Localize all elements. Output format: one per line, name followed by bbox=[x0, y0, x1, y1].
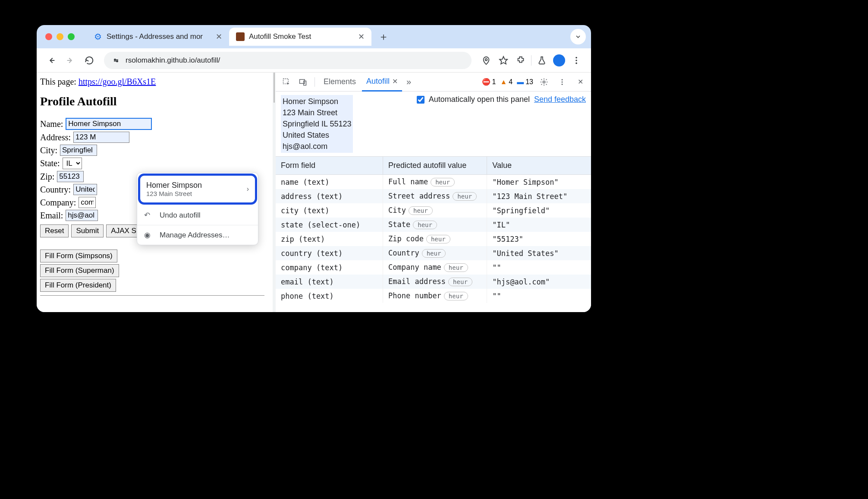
autofill-address-block: Homer Simpson 123 Main Street Springfiel… bbox=[281, 95, 353, 153]
tab-search-button[interactable] bbox=[570, 29, 586, 44]
table-row[interactable]: company (text)Company nameheur"" bbox=[276, 260, 591, 275]
address-line: United States bbox=[283, 129, 351, 141]
reset-button[interactable]: Reset bbox=[40, 224, 69, 237]
table-row[interactable]: phone (text)Phone numberheur"" bbox=[276, 289, 591, 303]
forward-button[interactable] bbox=[63, 53, 78, 68]
email-input[interactable] bbox=[66, 210, 98, 221]
cell-value: "Homer Simpson" bbox=[487, 175, 591, 189]
tab-settings[interactable]: ⚙ Settings - Addresses and mor ✕ bbox=[87, 28, 229, 46]
address-bar[interactable]: rsolomakhin.github.io/autofill/ bbox=[104, 52, 472, 69]
close-icon[interactable]: ✕ bbox=[392, 77, 398, 85]
back-button[interactable] bbox=[44, 53, 59, 68]
fill-simpsons-button[interactable]: Fill Form (Simpsons) bbox=[40, 250, 117, 262]
browser-window: ⚙ Settings - Addresses and mor ✕ Autofil… bbox=[37, 25, 591, 312]
address-line: 123 Main Street bbox=[283, 107, 351, 118]
cell-value: "" bbox=[487, 260, 591, 275]
devtools-tabs: Elements Autofill✕ » ⛔1 ▲4 ▬13 ✕ bbox=[276, 73, 591, 92]
heur-badge: heur bbox=[426, 235, 450, 243]
table-row[interactable]: zip (text)Zip codeheur"55123" bbox=[276, 232, 591, 246]
link-prefix: This page: bbox=[40, 77, 79, 86]
send-feedback-link[interactable]: Send feedback bbox=[534, 95, 586, 104]
state-select[interactable]: IL bbox=[63, 158, 82, 169]
menu-button[interactable] bbox=[569, 53, 584, 68]
location-icon[interactable] bbox=[478, 53, 494, 68]
inspect-icon[interactable] bbox=[279, 75, 294, 89]
name-label: Name: bbox=[40, 119, 63, 129]
city-input[interactable] bbox=[60, 145, 97, 156]
maximize-window-icon[interactable] bbox=[68, 33, 75, 40]
manage-addresses-label: Manage Addresses… bbox=[160, 231, 230, 240]
zip-input[interactable] bbox=[57, 171, 84, 182]
tabs-overflow-icon[interactable]: » bbox=[404, 77, 414, 87]
issues-badges[interactable]: ⛔1 ▲4 ▬13 bbox=[482, 78, 533, 86]
col-value[interactable]: Value bbox=[487, 157, 591, 175]
heur-badge: heur bbox=[448, 278, 472, 286]
warning-count: 4 bbox=[509, 78, 513, 86]
page-short-link[interactable]: https://goo.gl/B6Xs1E bbox=[79, 77, 156, 86]
manage-addresses-item[interactable]: ◉ Manage Addresses… bbox=[137, 225, 258, 245]
undo-autofill-item[interactable]: ↶ Undo autofill bbox=[137, 205, 258, 225]
close-icon[interactable]: ✕ bbox=[358, 32, 365, 41]
cell-predicted: Stateheur bbox=[383, 218, 487, 232]
warning-icon: ▲ bbox=[500, 78, 507, 86]
cell-field: company (text) bbox=[276, 260, 383, 275]
table-row[interactable]: name (text)Full nameheur"Homer Simpson" bbox=[276, 175, 591, 189]
gear-icon[interactable] bbox=[537, 75, 551, 89]
autofill-table: Form field Predicted autofill value Valu… bbox=[276, 156, 591, 312]
svg-point-4 bbox=[114, 59, 116, 60]
autofill-preview: Homer Simpson 123 Main Street Springfiel… bbox=[276, 92, 591, 156]
cell-predicted: Company nameheur bbox=[383, 260, 487, 275]
cell-value: "Springfield" bbox=[487, 203, 591, 218]
avatar-icon bbox=[553, 54, 565, 66]
heur-badge: heur bbox=[413, 221, 437, 229]
svg-marker-7 bbox=[500, 56, 507, 63]
table-row[interactable]: city (text)Cityheur"Springfield" bbox=[276, 203, 591, 218]
tab-label: Settings - Addresses and mor bbox=[107, 32, 203, 41]
tab-label: Autofill Smoke Test bbox=[249, 32, 311, 41]
fill-president-button[interactable]: Fill Form (President) bbox=[40, 279, 116, 292]
col-predicted[interactable]: Predicted autofill value bbox=[383, 157, 487, 175]
fill-superman-button[interactable]: Fill Form (Superman) bbox=[40, 264, 119, 277]
cell-predicted: Full nameheur bbox=[383, 175, 487, 189]
device-toggle-icon[interactable] bbox=[296, 75, 310, 89]
submit-button[interactable]: Submit bbox=[71, 224, 104, 237]
close-devtools-icon[interactable]: ✕ bbox=[573, 75, 588, 89]
tab-autofill-label: Autofill bbox=[366, 77, 390, 86]
table-row[interactable]: state (select-one)Stateheur"IL" bbox=[276, 218, 591, 232]
info-count: 13 bbox=[525, 78, 533, 86]
pane-splitter[interactable] bbox=[273, 73, 276, 312]
country-input[interactable] bbox=[73, 184, 97, 195]
bookmark-icon[interactable] bbox=[496, 53, 511, 68]
cell-predicted: Zip codeheur bbox=[383, 232, 487, 246]
company-input[interactable] bbox=[79, 197, 96, 208]
cell-value: "United States" bbox=[487, 246, 591, 260]
tab-elements[interactable]: Elements bbox=[319, 73, 360, 92]
new-tab-button[interactable]: ＋ bbox=[378, 30, 389, 44]
extensions-icon[interactable] bbox=[513, 53, 528, 68]
tab-autofill[interactable]: Autofill✕ bbox=[362, 73, 402, 92]
close-icon[interactable]: ✕ bbox=[216, 32, 222, 41]
site-info-icon[interactable] bbox=[112, 56, 120, 65]
undo-icon: ↶ bbox=[144, 211, 153, 220]
labs-icon[interactable] bbox=[534, 53, 550, 68]
svg-point-16 bbox=[562, 81, 563, 82]
table-row[interactable]: country (text)Countryheur"United States" bbox=[276, 246, 591, 260]
tab-autofill-test[interactable]: Autofill Smoke Test ✕ bbox=[229, 28, 371, 46]
table-row[interactable]: email (text)Email addressheur"hjs@aol.co… bbox=[276, 275, 591, 289]
cell-field: name (text) bbox=[276, 175, 383, 189]
col-form-field[interactable]: Form field bbox=[276, 157, 383, 175]
cell-predicted: Email addressheur bbox=[383, 275, 487, 289]
cell-predicted: Cityheur bbox=[383, 203, 487, 218]
address-input[interactable] bbox=[73, 132, 129, 143]
minimize-window-icon[interactable] bbox=[57, 33, 63, 40]
table-row[interactable]: address (text)Street addressheur"123 Mai… bbox=[276, 189, 591, 203]
profile-button[interactable] bbox=[551, 53, 567, 68]
heur-badge: heur bbox=[409, 206, 433, 215]
close-window-icon[interactable] bbox=[45, 33, 52, 40]
name-input[interactable] bbox=[66, 118, 152, 130]
auto-open-checkbox[interactable] bbox=[417, 96, 425, 104]
reload-button[interactable] bbox=[82, 53, 97, 68]
more-icon[interactable] bbox=[555, 75, 569, 89]
autofill-suggestion[interactable]: Homer Simpson 123 Main Street › bbox=[138, 174, 257, 205]
svg-point-9 bbox=[576, 60, 577, 61]
